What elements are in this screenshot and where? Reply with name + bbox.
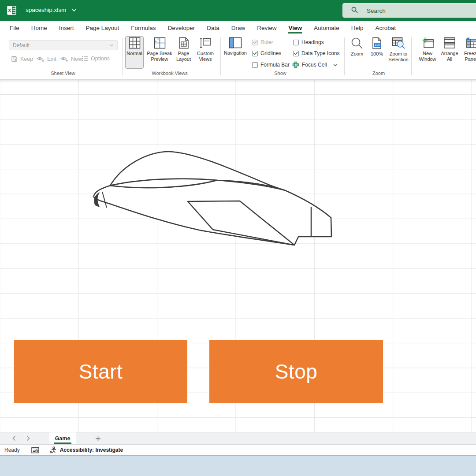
sheet-tab-game[interactable]: Game [49,432,76,445]
checkbox-data-type-icons[interactable]: Data Type Icons [293,50,340,57]
formula-bar-checkbox-box [252,62,258,68]
eye-exit-icon [37,56,45,62]
page-break-preview-icon [154,37,166,49]
ruler-label: Ruler [260,39,273,45]
page-break-preview-button[interactable]: Page Break Preview [145,37,174,62]
status-mode[interactable]: Ready [4,447,20,453]
navigation-label: Navigation [224,50,247,56]
options-sheet-view-button[interactable]: Options [82,56,110,62]
checkbox-ruler[interactable]: Ruler [252,39,273,46]
new-window-icon [421,37,434,49]
zoom-100-label: 100% [371,51,383,57]
zoom-magnifier-icon [351,37,363,49]
menu-tab-home[interactable]: Home [31,22,48,34]
zoom-100-icon: 100 [372,37,382,49]
arrange-all-icon [443,37,456,49]
checkbox-gridlines[interactable]: Gridlines [252,50,281,57]
plus-icon [95,436,101,442]
menu-tab-draw[interactable]: Draw [231,22,246,34]
next-sheet-icon[interactable] [26,435,30,441]
keep-sheet-view-button[interactable]: Keep [11,56,33,62]
sheet-view-dropdown[interactable]: Default [9,40,118,50]
group-separator [122,37,123,75]
sheet-view-dropdown-value: Default [9,42,109,48]
menu-tab-view[interactable]: View [288,22,302,34]
custom-views-icon [199,37,212,49]
search-input[interactable] [366,4,473,18]
exit-label: Exit [47,56,56,62]
checkbox-headings[interactable]: Headings [293,39,324,46]
menu-tab-developer[interactable]: Developer [167,22,196,34]
zoom-button[interactable]: Zoom [348,37,366,57]
focus-cell-chevron-icon[interactable] [333,63,338,67]
new-label: New [71,56,82,62]
gridlines-label: Gridlines [260,50,281,56]
add-sheet-button[interactable] [93,434,102,443]
previous-sheet-icon[interactable] [12,435,16,441]
title-chevron-down-icon[interactable] [71,8,77,12]
navigation-button[interactable]: Navigation [223,37,248,56]
freeze-panes-button[interactable]: Freeze Panes [461,37,476,62]
group-label-workbook-views: Workbook Views [132,71,207,76]
zoom-100-button[interactable]: 100 100% [368,37,385,57]
excel-app-icon[interactable] [7,6,16,15]
sheet-tab-game-label: Game [55,435,71,442]
page-layout-button[interactable]: Page Layout [174,37,193,62]
title-bar: spaceship.xlsm [0,0,476,21]
eye-new-icon [60,56,68,62]
options-label: Options [91,56,110,62]
data-type-icons-label: Data Type Icons [301,50,340,56]
menu-tab-page-layout[interactable]: Page Layout [86,22,120,34]
normal-view-button[interactable]: Normal [126,37,143,56]
new-sheet-view-button[interactable]: New [60,56,82,62]
spaceship-drawing [84,143,348,253]
checkbox-formula-bar[interactable]: Formula Bar [252,61,290,68]
menu-tab-automate[interactable]: Automate [313,22,340,34]
status-bar: Ready Accessibility: Investigate [0,444,476,455]
normal-view-icon [129,37,141,49]
desktop-strip [0,455,476,476]
focus-cell-button[interactable]: Focus Cell [292,61,338,68]
svg-text:100: 100 [375,43,380,47]
group-label-sheet-view: Sheet View [26,71,100,76]
navigation-icon [229,37,242,48]
group-separator [220,37,221,75]
menu-tab-data[interactable]: Data [206,22,220,34]
menu-tab-help[interactable]: Help [351,22,364,34]
search-box[interactable] [342,3,476,18]
arrange-all-button[interactable]: Arrange All [439,37,460,62]
menu-tab-file[interactable]: File [9,22,20,34]
custom-views-label: Custom Views [194,51,217,62]
stop-button-label: Stop [275,360,318,383]
accessibility-icon[interactable] [50,446,57,454]
page-layout-label: Page Layout [174,51,193,62]
dropdown-chevron-icon [109,44,114,47]
menu-tab-review[interactable]: Review [257,22,277,34]
save-icon [11,56,18,62]
arrange-all-label: Arrange All [439,51,460,62]
menu-tab-insert[interactable]: Insert [59,22,74,34]
group-separator [411,37,412,75]
formula-bar-label: Formula Bar [260,62,290,68]
custom-views-button[interactable]: Custom Views [194,37,217,62]
options-list-icon [82,56,88,62]
page-layout-icon [178,37,189,49]
zoom-to-selection-icon [392,37,405,49]
normal-view-label: Normal [126,51,142,56]
accessibility-status[interactable]: Accessibility: Investigate [60,447,123,453]
exit-sheet-view-button[interactable]: Exit [37,56,56,62]
zoom-to-selection-button[interactable]: Zoom to Selection [385,37,412,62]
zoom-to-selection-label: Zoom to Selection [385,51,412,62]
macro-record-icon[interactable] [31,447,39,454]
sheet-tab-strip: Game [0,432,476,444]
new-window-button[interactable]: New Window [417,37,438,62]
group-label-show: Show [247,71,314,76]
menu-tab-formulas[interactable]: Formulas [130,22,156,34]
spreadsheet-grid[interactable]: Start Stop [0,80,476,432]
stop-button[interactable]: Stop [209,340,383,403]
menu-tab-acrobat[interactable]: Acrobat [375,22,397,34]
page-break-preview-label: Page Break Preview [145,51,174,62]
headings-label: Headings [301,39,324,45]
start-button[interactable]: Start [14,340,187,403]
document-title: spaceship.xlsm [26,7,66,13]
